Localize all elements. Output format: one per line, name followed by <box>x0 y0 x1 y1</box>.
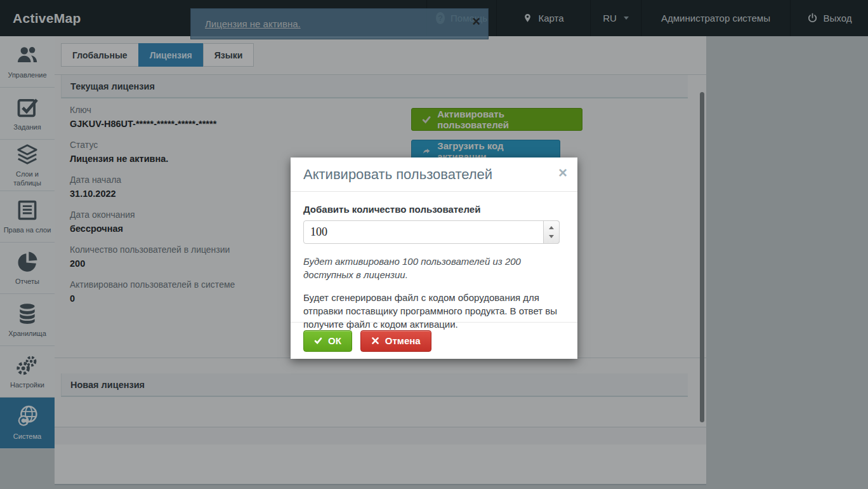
cancel-button[interactable]: Отмена <box>360 330 431 352</box>
user-count-input[interactable] <box>303 220 560 244</box>
stepper-up-icon[interactable] <box>549 226 554 229</box>
user-count-stepper <box>303 220 560 244</box>
dialog-body: Добавить количество пользователей Будет … <box>291 192 577 331</box>
dialog-title: Активировать пользователей <box>303 166 492 183</box>
ok-label: ОК <box>328 335 341 346</box>
dialog-footer: ОК Отмена <box>291 322 577 359</box>
screen: ActiveMap ? Помощь Карта RU Администрато… <box>0 0 868 489</box>
close-icon <box>371 337 379 345</box>
ok-button[interactable]: ОК <box>303 330 352 352</box>
activation-summary-note: Будет активировано 100 пользователей из … <box>303 255 557 282</box>
dialog-header: Активировать пользователей × <box>291 157 577 192</box>
dialog-close-icon[interactable]: × <box>558 165 567 180</box>
stepper-down-icon[interactable] <box>549 235 554 238</box>
cancel-label: Отмена <box>385 335 421 346</box>
user-count-label: Добавить количество пользователей <box>303 204 565 215</box>
check-icon <box>314 337 322 345</box>
activate-users-dialog: Активировать пользователей × Добавить ко… <box>291 157 577 359</box>
stepper-buttons[interactable] <box>543 220 560 244</box>
